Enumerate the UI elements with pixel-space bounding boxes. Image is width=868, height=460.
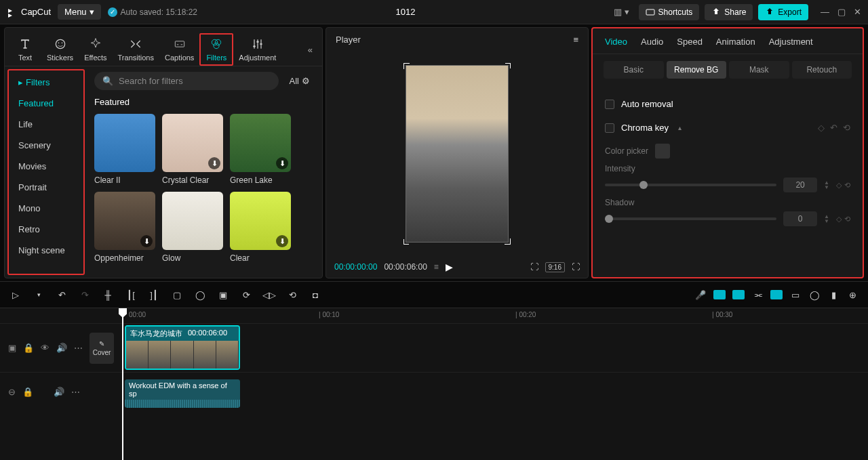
trim-left-icon[interactable]: ┃[ bbox=[125, 290, 137, 300]
export-button[interactable]: Export bbox=[758, 4, 808, 20]
mic-icon[interactable]: 🎤 bbox=[694, 290, 707, 300]
cat-portrait[interactable]: Portrait bbox=[9, 177, 83, 198]
shield-icon[interactable]: ◯ bbox=[194, 290, 206, 300]
tab-animation[interactable]: Animation bbox=[716, 37, 755, 47]
delete-icon[interactable]: ▢ bbox=[171, 290, 183, 300]
filter-oppenheimer[interactable]: ⬇Oppenheimer bbox=[94, 192, 155, 263]
tab-captions[interactable]: Captions bbox=[159, 35, 199, 64]
playhead[interactable] bbox=[122, 308, 123, 460]
tab-audio[interactable]: Audio bbox=[641, 37, 663, 47]
tab-video[interactable]: Video bbox=[605, 37, 627, 47]
cat-scenery[interactable]: Scenery bbox=[9, 135, 83, 156]
shadow-spinner[interactable]: ▲▼ bbox=[824, 214, 829, 224]
ruler[interactable]: 00:00 | 00:10 | 00:20 | 00:30 bbox=[122, 308, 868, 323]
player-menu-icon[interactable]: ≡ bbox=[573, 35, 578, 45]
shadow-value[interactable]: 0 bbox=[783, 211, 817, 226]
collapse-icon[interactable]: ⊖ bbox=[8, 387, 16, 397]
timeline[interactable]: 00:00 | 00:10 | 00:20 | 00:30 ▣ 🔒 👁 🔊 ⋯ … bbox=[0, 308, 868, 460]
maximize-icon[interactable]: ▢ bbox=[837, 7, 846, 17]
filter-clear[interactable]: ⬇Clear bbox=[230, 192, 291, 263]
select-dropdown-icon[interactable]: ▾ bbox=[33, 291, 45, 298]
crop-icon[interactable]: ◘ bbox=[309, 290, 321, 300]
eye-icon[interactable]: 👁 bbox=[41, 343, 50, 353]
trim-right-icon[interactable]: ]┃ bbox=[148, 290, 160, 300]
search-input[interactable]: 🔍 Search for filters bbox=[94, 72, 279, 90]
play-button[interactable]: ▶ bbox=[446, 262, 453, 272]
download-icon[interactable]: ⬇ bbox=[140, 235, 153, 247]
collapse-icon[interactable]: « bbox=[302, 39, 318, 60]
shortcuts-button[interactable]: Shortcuts bbox=[639, 4, 700, 20]
minimize-icon[interactable]: — bbox=[821, 7, 829, 17]
cover-button[interactable]: ✎ Cover bbox=[90, 333, 114, 364]
project-title[interactable]: 1012 bbox=[204, 7, 607, 17]
download-icon[interactable]: ⬇ bbox=[276, 235, 288, 247]
magnet-icon[interactable] bbox=[770, 290, 783, 299]
lock-icon[interactable]: 🔒 bbox=[22, 387, 33, 397]
auto-removal-row[interactable]: Auto removal bbox=[605, 92, 850, 116]
snap-icon[interactable] bbox=[732, 290, 745, 299]
download-icon[interactable]: ⬇ bbox=[208, 157, 220, 169]
chroma-row[interactable]: Chroma key ▴ ◇ ↶ ⟲ bbox=[605, 116, 850, 140]
preview-frame[interactable] bbox=[406, 65, 509, 243]
menu-button[interactable]: Menu▾ bbox=[58, 4, 101, 20]
zoom-icon[interactable]: ⊕ bbox=[846, 290, 859, 300]
select-icon[interactable]: ▷ bbox=[9, 290, 22, 300]
shadow-slider[interactable] bbox=[605, 217, 776, 220]
cat-featured[interactable]: Featured bbox=[9, 93, 83, 114]
subtab-basic[interactable]: Basic bbox=[604, 61, 664, 79]
snap-start-icon[interactable] bbox=[713, 290, 726, 299]
cat-movies[interactable]: Movies bbox=[9, 156, 83, 177]
refresh-icon[interactable]: ⟳ bbox=[240, 290, 252, 300]
download-icon[interactable]: ⬇ bbox=[276, 157, 288, 169]
more-icon[interactable]: ⋯ bbox=[71, 387, 80, 397]
cat-night[interactable]: Night scene bbox=[9, 240, 83, 261]
tab-effects[interactable]: Effects bbox=[79, 35, 112, 64]
rotate-icon[interactable]: ⟲ bbox=[286, 290, 298, 300]
cat-retro[interactable]: Retro bbox=[9, 219, 83, 240]
tab-adjustment-r[interactable]: Adjustment bbox=[769, 37, 813, 47]
filter-clear2[interactable]: Clear II bbox=[94, 114, 155, 185]
tab-text[interactable]: Text bbox=[9, 35, 41, 64]
audio-clip[interactable]: Workout EDM with a sense of sp bbox=[125, 379, 240, 408]
keyframe-icon[interactable]: ◇ bbox=[818, 123, 825, 133]
layout-icon[interactable]: ▥ ▾ bbox=[614, 7, 629, 17]
filter-greenlake[interactable]: ⬇Green Lake bbox=[230, 114, 291, 185]
close-icon[interactable]: ✕ bbox=[854, 7, 861, 17]
aspect-ratio[interactable]: 9:16 bbox=[545, 262, 565, 272]
keyframe-icon[interactable]: ◇ bbox=[836, 181, 842, 190]
mute-icon[interactable]: 🔊 bbox=[54, 387, 64, 397]
subtitle-icon[interactable]: ▭ bbox=[789, 290, 802, 300]
cat-mono[interactable]: Mono bbox=[9, 198, 83, 219]
marker-icon[interactable]: ▮ bbox=[827, 290, 840, 300]
more-icon[interactable]: ⋯ bbox=[74, 343, 83, 353]
redo-icon[interactable]: ↷ bbox=[79, 290, 91, 300]
share-button[interactable]: Share bbox=[705, 4, 753, 20]
color-swatch[interactable] bbox=[655, 144, 670, 159]
undo-icon[interactable]: ↶ bbox=[56, 290, 68, 300]
mirror-icon[interactable]: ◁▷ bbox=[263, 290, 275, 300]
tab-adjustment[interactable]: Adjustment bbox=[233, 35, 281, 64]
subtab-mask[interactable]: Mask bbox=[729, 61, 789, 79]
copy-icon[interactable]: ▣ bbox=[217, 290, 229, 300]
cat-header[interactable]: ▸Filters bbox=[9, 72, 83, 93]
intensity-value[interactable]: 20 bbox=[783, 177, 817, 192]
cycle-icon[interactable]: ◯ bbox=[808, 290, 821, 300]
tab-speed[interactable]: Speed bbox=[677, 37, 703, 47]
subtab-retouch[interactable]: Retouch bbox=[792, 61, 852, 79]
reset-icon[interactable]: ⟲ bbox=[844, 215, 850, 224]
intensity-slider[interactable] bbox=[605, 184, 776, 186]
auto-removal-checkbox[interactable] bbox=[605, 100, 614, 109]
reset-icon[interactable]: ⟲ bbox=[844, 181, 850, 190]
reset-icon[interactable]: ⟲ bbox=[843, 123, 850, 133]
keyframe-icon[interactable]: ◇ bbox=[836, 215, 842, 224]
subtab-removebg[interactable]: Remove BG bbox=[667, 61, 727, 79]
filter-crystal[interactable]: ⬇Crystal Clear bbox=[162, 114, 223, 185]
split-icon[interactable]: ╫ bbox=[102, 290, 114, 300]
tab-transitions[interactable]: Transitions bbox=[113, 35, 159, 64]
cat-life[interactable]: Life bbox=[9, 114, 83, 135]
tab-stickers[interactable]: Stickers bbox=[41, 35, 79, 64]
filter-glow[interactable]: Glow bbox=[162, 192, 223, 263]
scan-icon[interactable]: ⛶ bbox=[530, 262, 538, 272]
mute-icon[interactable]: 🔊 bbox=[56, 343, 67, 353]
chroma-checkbox[interactable] bbox=[605, 123, 614, 133]
